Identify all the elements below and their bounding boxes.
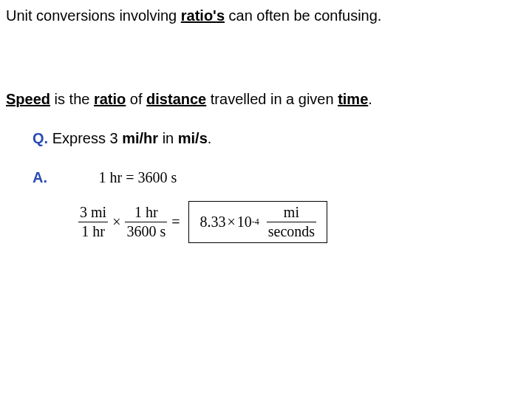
intro-keyword-ratios: ratio's — [181, 7, 225, 24]
result-unit-fraction: mi seconds — [267, 205, 316, 239]
result-exponent: -4 — [252, 216, 259, 228]
result-box: 8.33×10-4 mi seconds — [188, 201, 327, 243]
answer-line: A. 1 hr = 3600 s — [33, 169, 526, 186]
frac1-num: 3 mi — [78, 205, 108, 220]
fraction-bar-icon — [78, 222, 108, 222]
fraction-3mi-per-hr: 3 mi 1 hr — [78, 205, 108, 239]
fraction-bar-icon — [125, 222, 167, 222]
question-line: Q. Express 3 mi/hr in mi/s. — [33, 130, 526, 147]
equals-symbol: = — [167, 214, 184, 231]
intro-post: can often be confusing. — [225, 7, 381, 24]
frac2-den: 3600 s — [125, 224, 167, 239]
frac1-den: 1 hr — [80, 224, 106, 239]
kw-time: time — [338, 91, 368, 107]
question-mid: in — [158, 130, 178, 146]
t1: is the — [50, 91, 94, 107]
slide: Unit conversions involving ratio's can o… — [0, 0, 532, 399]
kw-speed: Speed — [6, 91, 50, 107]
result-coeff: 8.33 — [200, 214, 225, 231]
t3: travelled in a given — [206, 91, 338, 107]
result-base: 10 — [237, 214, 252, 231]
intro-line: Unit conversions involving ratio's can o… — [6, 7, 526, 24]
result-times: × — [225, 214, 236, 231]
answer-label: A. — [33, 169, 47, 185]
speed-definition-line: Speed is the ratio of distance travelled… — [6, 91, 526, 108]
fraction-1hr-per-3600s: 1 hr 3600 s — [125, 205, 167, 239]
times-symbol: × — [108, 214, 125, 231]
hour-to-seconds-eq: 1 hr = 3600 s — [99, 169, 177, 186]
t4: . — [368, 91, 372, 107]
question-pre: Express 3 — [48, 130, 122, 146]
result-unit-num: mi — [282, 205, 301, 220]
intro-pre: Unit conversions involving — [6, 7, 181, 24]
question-label: Q. — [33, 130, 48, 146]
frac2-num: 1 hr — [133, 205, 160, 220]
fraction-bar-icon — [267, 222, 316, 222]
question-post: . — [208, 130, 212, 146]
result-unit-den: seconds — [267, 224, 316, 239]
kw-ratio: ratio — [94, 91, 126, 107]
t2: of — [126, 91, 146, 107]
conversion-equation: 3 mi 1 hr × 1 hr 3600 s = 8.33×10-4 mi s… — [78, 201, 526, 243]
question-unit-to: mi/s — [178, 130, 208, 146]
kw-distance: distance — [146, 91, 206, 107]
question-unit-from: mi/hr — [122, 130, 158, 146]
